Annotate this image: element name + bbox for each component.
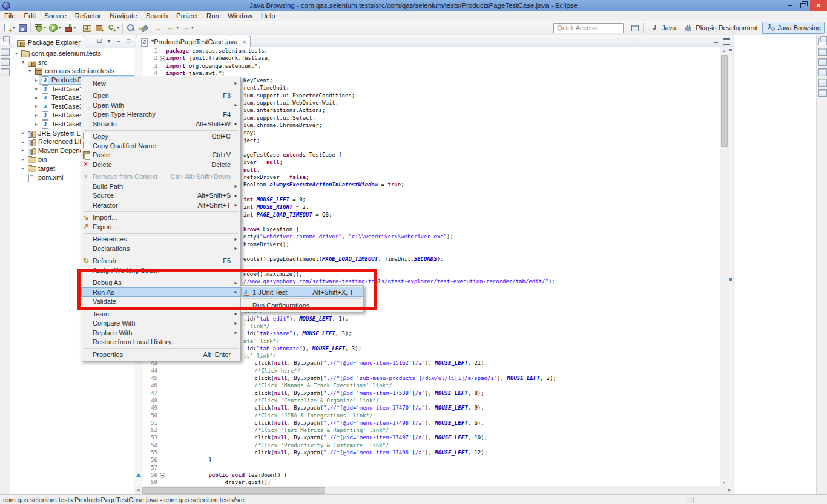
annotation-ruler-cell[interactable]: [134, 449, 143, 456]
context-menu-open-type-hierarchy[interactable]: Open Type HierarchyF4: [81, 110, 240, 120]
minimize-panel-icon[interactable]: –: [115, 37, 122, 45]
code-text[interactable]: public void tearDown() {: [166, 471, 720, 479]
code-text[interactable]: null;: [166, 166, 720, 174]
code-text[interactable]: click(null, By.xpath(".//*[@id='menu-ite…: [166, 419, 720, 427]
dropdown-arrow-icon[interactable]: ▾: [117, 25, 119, 30]
annotation-ruler-cell[interactable]: [134, 390, 143, 397]
tree-collapsed-arrow-icon[interactable]: ▸: [20, 130, 26, 136]
code-text[interactable]: int PAGE_LOAD_TIMEOUT = 60;: [166, 211, 720, 218]
code-text[interactable]: import java.awt.*;: [166, 70, 720, 77]
code-text[interactable]: ium.support.ui.ExpectedConditions;: [166, 92, 720, 99]
context-menu-run-as[interactable]: Run As▸: [81, 287, 240, 297]
vertical-scroll-thumb[interactable]: [721, 55, 728, 147]
tree-collapsed-arrow-icon[interactable]: ▸: [33, 113, 39, 118]
close-button[interactable]: ×: [810, 0, 827, 11]
context-menu-delete[interactable]: DeleteDelete: [81, 160, 240, 169]
run-as-1-junit-test[interactable]: 1 JUnit TestAlt+Shift+X, T: [241, 287, 363, 297]
code-text[interactable]: ray;: [166, 129, 720, 136]
annotation-ruler-cell[interactable]: [134, 47, 143, 54]
code-text[interactable]: refoxDriver = false;: [166, 174, 720, 181]
new-wizard-button[interactable]: ▾: [1, 21, 16, 34]
code-text[interactable]: ageTestCase extends TestCase {: [166, 151, 720, 159]
code-text[interactable]: click(null, By.xpath(".//*[@id='menu-ite…: [166, 404, 720, 411]
menu-project[interactable]: Project: [172, 11, 202, 21]
minimized-view-icon[interactable]: [818, 68, 827, 76]
code-text[interactable]: .id("tab-automate"), MOUSE_LEFT, 3);: [166, 345, 720, 352]
code-text[interactable]: [166, 218, 720, 226]
code-text[interactable]: click(null, By.xpath(".//*[@id='sub-menu…: [166, 375, 720, 382]
code-text[interactable]: ' link*/: [166, 322, 720, 330]
annotation-ruler-cell[interactable]: [134, 62, 143, 70]
code-text[interactable]: }: [166, 456, 720, 463]
fold-ruler-cell[interactable]: [159, 471, 166, 479]
code-text[interactable]: ts' link*/: [166, 352, 720, 359]
context-menu-team[interactable]: Team▸: [81, 309, 240, 319]
external-tools-button[interactable]: ▾: [62, 21, 77, 34]
menu-edit[interactable]: Edit: [20, 11, 41, 21]
code-text[interactable]: ndow().maximize();: [166, 270, 720, 278]
tree-expanded-arrow-icon[interactable]: ▾: [20, 59, 26, 65]
new-java-project-button[interactable]: [81, 21, 93, 34]
code-text[interactable]: .id("tab-share"), MOUSE_LEFT, 3);: [166, 330, 720, 337]
context-menu-assign-working-sets[interactable]: Assign Working Sets...: [81, 266, 240, 275]
code-text[interactable]: ium.support.ui.WebDriverWait;: [166, 99, 720, 106]
tree-collapsed-arrow-icon[interactable]: ▸: [20, 139, 26, 145]
code-text[interactable]: /*Click 'Manage & Track Executions' link…: [166, 382, 720, 389]
minimized-view-icon[interactable]: [818, 48, 827, 56]
tree-collapsed-arrow-icon[interactable]: ▸: [33, 95, 39, 100]
overview-annotation-marker[interactable]: [729, 278, 732, 281]
context-menu-declarations[interactable]: Declarations▸: [81, 244, 240, 254]
code-text[interactable]: KeyEvent;: [166, 77, 720, 84]
minimized-view-icon[interactable]: [1, 68, 10, 76]
scroll-right-icon[interactable]: ▶: [726, 486, 733, 494]
annotation-ruler-cell[interactable]: [134, 456, 143, 463]
code-text[interactable]: ject;: [166, 137, 720, 144]
context-menu-export[interactable]: Export...: [81, 222, 240, 232]
tree-collapsed-arrow-icon[interactable]: ▸: [33, 77, 39, 83]
menu-window[interactable]: Window: [223, 11, 257, 21]
code-text[interactable]: ium.chrome.ChromeDriver;: [166, 122, 720, 129]
annotation-ruler-cell[interactable]: [134, 375, 143, 382]
code-text[interactable]: erty("webdriver.chrome.driver", "c:\\web…: [166, 233, 720, 240]
tree-collapsed-arrow-icon[interactable]: ▸: [20, 148, 26, 153]
code-text[interactable]: int MOUSE_RIGHT = 2;: [166, 203, 720, 211]
editor-horizontal-scrollbar[interactable]: ◀ ▶: [134, 486, 733, 494]
minimized-view-icon[interactable]: [818, 89, 827, 97]
code-text[interactable]: ium.support.ui.Select;: [166, 114, 720, 122]
code-text[interactable]: /*Click 'Centralize & Organize' link*/: [166, 397, 720, 404]
context-menu-build-path[interactable]: Build Path▸: [81, 182, 240, 191]
minimized-view-icon[interactable]: [1, 48, 10, 56]
tree-item-com-qas-selenium-tests[interactable]: ▾com.qas.selenium.tests: [10, 67, 134, 76]
annotation-ruler-cell[interactable]: [134, 442, 143, 449]
minimized-view-icon[interactable]: [1, 58, 10, 66]
back-button[interactable]: ▾: [165, 21, 180, 34]
maximize-panel-icon[interactable]: □: [125, 37, 132, 45]
menu-source[interactable]: Source: [40, 11, 70, 21]
perspective-plug-in-development[interactable]: Plug-in Development: [680, 22, 761, 34]
context-menu-show-in[interactable]: Show InAlt+Shift+W▸: [81, 119, 240, 129]
context-menu-open-with[interactable]: Open With▸: [81, 100, 240, 110]
code-text[interactable]: [166, 263, 720, 270]
run-as-run-configurations[interactable]: Run Configurations...: [241, 300, 363, 310]
code-text[interactable]: [166, 464, 720, 471]
editor-tab[interactable]: *ProductsPageTestCase.java ×: [136, 36, 251, 47]
minimize-button[interactable]: [783, 0, 797, 11]
annotation-ruler-cell[interactable]: [134, 434, 143, 441]
annotation-ruler-cell[interactable]: [134, 479, 143, 486]
code-text[interactable]: .id("tab-edit"), MOUSE_LEFT, 1);: [166, 315, 720, 322]
code-text[interactable]: /*Click 'JIRA & Integrations' link*/: [166, 412, 720, 419]
restore-views-icon[interactable]: [1, 38, 10, 45]
code-text[interactable]: int MOUSE_LEFT = 0;: [166, 196, 720, 203]
tree-collapsed-arrow-icon[interactable]: ▸: [33, 103, 39, 109]
collapse-all-icon[interactable]: ⊟: [96, 37, 103, 45]
tree-item-src[interactable]: ▾src: [10, 58, 134, 67]
tree-collapsed-arrow-icon[interactable]: ▸: [20, 157, 26, 162]
annotation-ruler-cell[interactable]: [134, 471, 143, 479]
context-menu-replace-with[interactable]: Replace With▸: [81, 328, 240, 338]
menu-search[interactable]: Search: [142, 11, 172, 21]
code-text[interactable]: import junit.framework.TestCase;: [166, 54, 720, 62]
code-text[interactable]: rent.TimeUnit;: [166, 84, 720, 91]
annotation-ruler-cell[interactable]: [134, 464, 143, 471]
context-menu-debug-as[interactable]: Debug As▸: [81, 278, 240, 288]
code-text[interactable]: [166, 189, 720, 196]
